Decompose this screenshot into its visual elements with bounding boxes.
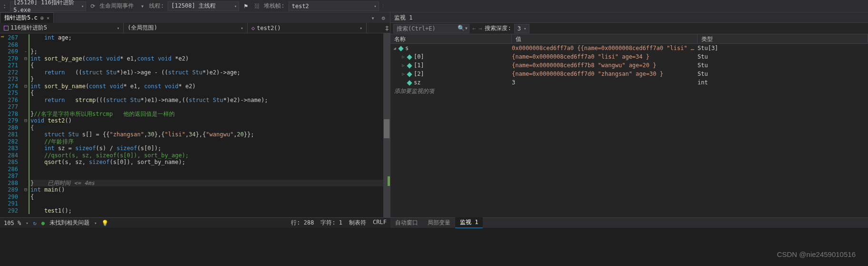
var-name: s [405,45,409,51]
variable-icon [407,54,412,60]
var-type: Stu [698,53,868,60]
change-marker [388,176,390,186]
var-value: 3 [512,79,698,86]
header-value[interactable]: 值 [512,34,698,43]
var-name: [1] [414,62,424,69]
variable-icon [407,63,412,68]
nav-back-icon[interactable]: ← [472,25,476,32]
zoom-level[interactable]: 105 % [4,220,21,226]
nav-fwd-icon[interactable]: → [479,25,482,32]
watermark: CSDN @nie2459010516 [777,250,856,258]
watch-row[interactable]: ▷[2]{name=0x0000008ced6ff7d0 "zhangsan" … [390,70,868,78]
process-label: : [3,3,6,10]
split-icon: ‡ [385,24,389,32]
project-icon [4,26,9,31]
light-icon[interactable]: 💡 [101,220,109,226]
var-value: 0x0000008ced6ff7a0 {{name=0x0000008ced6f… [512,45,698,51]
variable-icon [399,46,404,51]
var-type: Stu[3] [698,45,868,51]
tab-autos[interactable]: 自动窗口 [390,218,423,228]
lifecycle-label: 生命周期事件 [100,2,134,10]
issues-text[interactable]: 未找到相关问题 [50,219,90,227]
editor-tab-bar: 指针进阶5.c ⊕ ✕ ▾ ⚙ [0,12,390,23]
issues-dd-icon[interactable]: ▾ [94,221,97,225]
tab-locals[interactable]: 局部变量 [423,218,455,228]
file-tab[interactable]: 指针进阶5.c ⊕ ✕ [0,12,54,23]
var-name: [0] [414,53,424,60]
eol-indicator[interactable]: CRLF [373,219,387,227]
process-dropdown[interactable]: [25120] 116指针进阶5.exe [10,1,86,11]
lifecycle-dd-icon[interactable]: ▾ [138,1,147,11]
zoom-dd-icon[interactable]: ▾ [26,221,28,225]
stackframe-dropdown[interactable]: test2 [289,1,379,11]
editor-status-bar: 105 % ▾ ↻ ● 未找到相关问题 ▾ 💡 行: 288 字符: 1 制表符… [0,217,390,228]
watch-tab-bar: 自动窗口 局部变量 监视 1 [390,217,868,228]
current-line-arrow-icon: ⇨ [1,33,4,41]
nav-project[interactable]: 116指针进阶5 [0,23,124,33]
refresh-icon[interactable]: ↻ [33,220,37,226]
race-icon[interactable]: ⛓ [252,1,262,11]
variable-icon [407,72,412,77]
header-name[interactable]: 名称 [390,34,512,43]
add-watch-placeholder[interactable]: 添加要监视的项 [390,87,868,95]
expander-icon[interactable]: ▷ [401,63,406,68]
depth-dropdown[interactable]: 3▾ [514,24,530,33]
editor-dropdown-icon[interactable]: ▾ [368,13,378,23]
tab-label: 指针进阶5.c [4,14,38,22]
flag-icon[interactable]: ⚑ [241,1,250,11]
var-type: Stu [698,62,868,69]
expander-icon[interactable]: ▷ [401,72,406,76]
var-name: [2] [414,71,424,77]
nav-function[interactable]: ◇ test2() [248,23,367,33]
lifecycle-events-button[interactable]: ⟳ [88,1,98,11]
var-name: sz [414,79,420,86]
header-type[interactable]: 类型 [698,34,868,43]
code-area[interactable]: 2672682692702712722732742752762772782792… [0,33,390,217]
editor-pane: 指针进阶5.c ⊕ ✕ ▾ ⚙ 116指针进阶5 (全局范围) ◇ test2(… [0,12,390,217]
search-icon[interactable]: 🔍▾ [458,25,468,31]
code-content[interactable]: int age;};int sort_by_age(const void* e1… [29,33,383,217]
function-icon: ◇ [251,25,255,31]
issues-ok-icon: ● [41,220,45,226]
watch-pane: 监视 1 搜索(Ctrl+E) 🔍▾ ← → 搜索深度: 3▾ 名称 值 类型 … [390,12,868,217]
expander-icon[interactable]: ▷ [401,54,406,59]
separator-icon: ⋮ [381,4,385,9]
expander-icon[interactable]: ◢ [392,46,397,51]
variable-icon [407,80,412,85]
close-icon[interactable]: ✕ [47,15,50,20]
col-indicator[interactable]: 字符: 1 [320,219,342,227]
tab-pin-icon[interactable]: ⊕ [40,15,44,21]
debug-toolbar: : [25120] 116指针进阶5.exe ⟳ 生命周期事件 ▾ 线程: [1… [0,0,868,12]
nav-scope[interactable]: (全局范围) [124,23,248,33]
var-type: int [698,79,868,86]
watch-rows: ◢s0x0000008ced6ff7a0 {{name=0x0000008ced… [390,44,868,217]
thread-dropdown[interactable]: [12508] 主线程 [168,1,239,11]
editor-settings-icon[interactable]: ⚙ [379,13,388,23]
watch-title: 监视 1 [390,12,868,23]
watch-row[interactable]: ▷[0]{name=0x0000008ced6ff7a0 "lisi" age=… [390,52,868,61]
watch-toolbar: 搜索(Ctrl+E) 🔍▾ ← → 搜索深度: 3▾ [390,23,868,34]
tab-indicator[interactable]: 制表符 [349,219,366,227]
depth-label: 搜索深度: [485,24,511,32]
line-number-gutter: 2672682692702712722732742752762772782792… [0,33,23,217]
nav-split[interactable]: ‡ [381,23,390,33]
watch-row[interactable]: ◢s0x0000008ced6ff7a0 {{name=0x0000008ced… [390,44,868,52]
watch-search-input[interactable]: 搜索(Ctrl+E) 🔍▾ [393,24,469,33]
watch-row[interactable]: ▷[1]{name=0x0000008ced6ff7b8 "wangwu" ag… [390,61,868,70]
tab-watch1[interactable]: 监视 1 [455,217,483,228]
code-nav-bar: 116指针进阶5 (全局范围) ◇ test2() ‡ [0,23,390,33]
line-indicator[interactable]: 行: 288 [291,219,314,227]
watch-row[interactable]: sz3int [390,78,868,87]
watch-header: 名称 值 类型 [390,34,868,44]
var-value: {name=0x0000008ced6ff7b8 "wangwu" age=20… [512,62,698,69]
var-value: {name=0x0000008ced6ff7d0 "zhangsan" age=… [512,71,698,77]
thread-label: 线程: [149,2,164,10]
var-value: {name=0x0000008ced6ff7a0 "lisi" age=34 } [512,53,698,60]
var-type: Stu [698,71,868,77]
fold-column[interactable]: -⊟⊟⊟⊟ [23,33,29,217]
stackframe-label: 堆栈帧: [264,2,284,10]
